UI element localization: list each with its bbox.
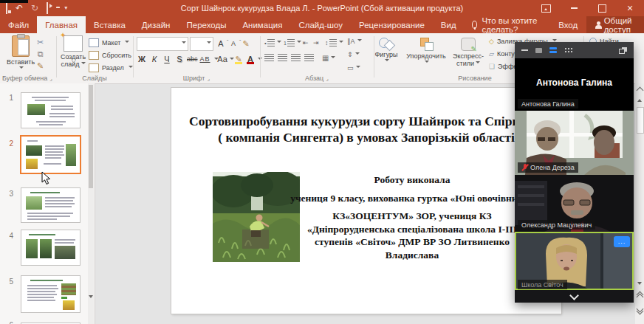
paragraph-group-label: Абзац⌟	[261, 75, 372, 82]
speaker-view-icon[interactable]	[535, 48, 542, 53]
tab-review[interactable]: Рецензирование	[351, 16, 433, 33]
video-tile-dereza[interactable]: Олена Дереза	[515, 111, 634, 175]
align-center-button[interactable]	[278, 54, 287, 61]
slide-thumbnail-4[interactable]	[21, 230, 80, 266]
thumbnail-number: 5	[1, 278, 13, 286]
strip-view-icon[interactable]	[549, 47, 557, 53]
tab-transitions[interactable]: Переходы	[178, 16, 234, 33]
tab-design[interactable]: Дизайн	[134, 16, 179, 33]
paste-label: Вставить	[7, 58, 35, 66]
reset-button[interactable]: Сбросить	[89, 51, 131, 60]
quick-styles-icon	[461, 38, 476, 51]
share-button[interactable]: Общий доступ	[586, 16, 644, 33]
align-right-button[interactable]	[291, 54, 301, 61]
justify-button[interactable]	[304, 54, 314, 61]
grow-font-button[interactable]: Аˆ	[216, 38, 228, 49]
tab-animations[interactable]: Анимация	[234, 16, 290, 33]
decrease-indent-button[interactable]: ⇤	[303, 39, 309, 46]
italic-button[interactable]: К	[149, 54, 160, 65]
section-button[interactable]: Раздел	[89, 63, 133, 72]
clipboard-group-label: Буфер обмена⌟	[0, 75, 55, 82]
video-tile-matsulevych[interactable]: Олександр Мацулевич	[515, 175, 634, 232]
shape-outline-icon: ▱	[489, 50, 494, 58]
quick-styles-button[interactable]: Экспресс- стили	[451, 38, 486, 67]
minimize-icon[interactable]	[560, 0, 588, 16]
slide-body-text[interactable]: Роботу виконала учениця 9 класу, вихован…	[288, 173, 536, 266]
tab-file[interactable]: Файл	[0, 16, 37, 33]
close-icon[interactable]: ×	[616, 0, 644, 16]
meeting-minimize-icon[interactable]	[521, 49, 528, 51]
video-tile-school[interactable]: ... Школа Світоч	[515, 232, 634, 290]
gallery-view-icon[interactable]	[564, 47, 572, 54]
underline-button[interactable]: Ч	[162, 54, 172, 65]
tab-slideshow[interactable]: Слайд-шоу	[290, 16, 351, 33]
paragraph-dialog-launcher-icon[interactable]: ⌟	[326, 75, 329, 82]
columns-button[interactable]: ▦	[322, 54, 335, 62]
tell-me-box[interactable]: Что вы хотите сделать?	[465, 16, 549, 33]
layout-button[interactable]: Макет	[89, 38, 129, 47]
convert-smartart-button[interactable]: ▭	[347, 64, 360, 72]
bullets-button[interactable]: •	[264, 39, 281, 46]
thumbnails-scrollbar-thumb[interactable]	[89, 85, 93, 188]
character-spacing-button[interactable]: АВ	[200, 54, 210, 65]
increase-indent-button[interactable]: ⇥	[313, 39, 319, 46]
collapse-ribbon-icon[interactable]	[635, 84, 644, 94]
text-direction-button[interactable]: ∥А	[347, 38, 362, 45]
sign-in-button[interactable]: Вход	[549, 16, 586, 33]
clear-formatting-icon[interactable]: ✎	[241, 38, 251, 49]
format-painter-icon[interactable]: ✎	[37, 61, 44, 71]
font-size-input[interactable]	[190, 37, 213, 51]
font-name-input[interactable]	[137, 37, 188, 51]
numbering-button[interactable]: 1	[284, 39, 301, 46]
slide-canvas[interactable]: Сортовипробування кукурудзи сорту Шайнро…	[171, 88, 561, 314]
align-text-button[interactable]: ⇕	[347, 51, 360, 58]
tile-more-button[interactable]: ...	[614, 236, 630, 247]
participant-label: Школа Світоч	[518, 280, 567, 289]
arrange-button[interactable]: Упорядочить	[403, 38, 449, 66]
new-slide-icon	[64, 35, 83, 52]
highlight-color-button[interactable]: ✎	[233, 54, 244, 65]
thumbnails-scrollbar[interactable]	[88, 83, 94, 324]
text-shadow-button[interactable]: S	[174, 54, 185, 65]
scroll-down-icon[interactable]	[635, 278, 644, 289]
new-slide-button[interactable]: Создать слайд	[59, 35, 87, 68]
previous-slide-icon[interactable]	[635, 291, 644, 301]
slide-thumbnail-1[interactable]	[21, 92, 80, 128]
recording-artifact	[0, 0, 28, 3]
clipboard-icon	[12, 35, 30, 57]
line-spacing-button[interactable]: ↕	[325, 39, 343, 46]
collapse-strip-button[interactable]	[515, 290, 634, 303]
video-tile-antonova[interactable]: Антонова Галина Антонова Галина	[515, 58, 634, 111]
scrollbar-thumb[interactable]	[637, 107, 644, 134]
mic-muted-icon	[521, 164, 528, 172]
slide-thumbnail-5[interactable]	[21, 275, 80, 313]
slide-thumbnail-2[interactable]	[20, 135, 81, 174]
meeting-panel-header[interactable]	[515, 42, 634, 58]
cut-icon[interactable]: ✂	[37, 38, 44, 47]
copy-icon[interactable]: ⧉	[38, 49, 44, 59]
tab-view[interactable]: Вид	[433, 16, 465, 33]
thumbnail-number: 3	[1, 190, 13, 198]
paste-button[interactable]: Вставить	[4, 35, 37, 72]
maximize-icon[interactable]	[588, 0, 616, 16]
thumbnails-scroll-down-icon[interactable]	[88, 292, 94, 301]
tab-insert[interactable]: Вставка	[86, 16, 134, 33]
ribbon-display-options-icon[interactable]	[532, 0, 560, 16]
align-left-button[interactable]	[264, 54, 274, 61]
change-case-button[interactable]: Аа	[217, 54, 234, 65]
shrink-font-button[interactable]: Аˇ	[228, 38, 241, 49]
clipboard-dialog-launcher-icon[interactable]: ⌟	[49, 75, 52, 82]
scroll-up-icon[interactable]	[635, 95, 644, 106]
slide-thumbnails-panel: 1 2 3 4	[0, 83, 95, 324]
slide-title-text[interactable]: Сортовипробування кукурудзи сорту Шайнро…	[186, 113, 547, 145]
strikethrough-button[interactable]: abc	[187, 54, 198, 65]
bold-button[interactable]: Ж	[137, 54, 147, 65]
next-slide-icon[interactable]	[635, 305, 644, 315]
font-dialog-launcher-icon[interactable]: ⌟	[207, 75, 210, 82]
shapes-button[interactable]: Фигуры	[369, 38, 403, 64]
thumbnail-number: 6	[1, 321, 13, 324]
popout-icon[interactable]	[619, 47, 627, 54]
corn-field-photo[interactable]	[213, 172, 300, 262]
arrange-icon	[419, 38, 434, 51]
slide-thumbnail-3[interactable]	[21, 187, 80, 223]
